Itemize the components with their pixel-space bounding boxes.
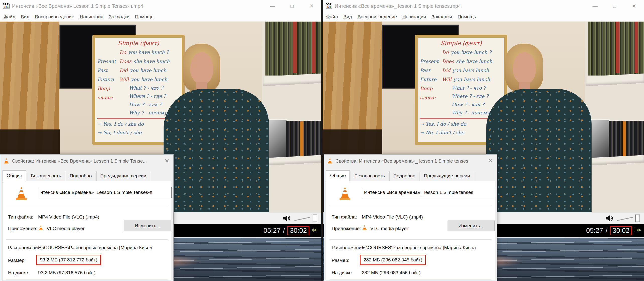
on-disk-label: На диске: [332, 270, 353, 275]
change-app-button[interactable]: Изменить... [448, 221, 495, 231]
time-separator: / [606, 227, 608, 235]
whiteboard-qwords-label: Вопр слова: [420, 84, 450, 117]
filename-input[interactable] [38, 187, 172, 198]
general-tab-panel: Тип файла: MP4 Video File (VLC) (.mp4) П… [326, 181, 495, 281]
menu-help[interactable]: Помощь [135, 14, 153, 20]
size-value-annotated: 282 МБ (296 082 345 байт) [360, 255, 426, 265]
dialog-close-icon[interactable]: ✕ [488, 158, 493, 164]
loop-icon[interactable] [634, 228, 641, 234]
location-value: E:\COURSES\Разговорные времена [Марина К… [38, 245, 152, 250]
time-elapsed[interactable]: 05:27 [263, 227, 280, 235]
menu-bookmarks[interactable]: Закладки [109, 14, 129, 20]
change-app-button[interactable]: Изменить... [124, 221, 171, 231]
menu-bar: Файл Вид Воспроизведение Навигация Закла… [323, 12, 644, 22]
vlc-cone-icon [3, 157, 9, 165]
maximize-button[interactable]: □ [282, 0, 302, 12]
loop-icon[interactable] [312, 228, 318, 234]
time-elapsed[interactable]: 05:27 [586, 227, 603, 235]
vlc-cone-icon [338, 185, 352, 202]
on-disk-value: 93,2 МБ (97 816 576 байт) [38, 270, 96, 275]
whiteboard-qwords-label: Вопр слова: [97, 84, 127, 117]
dialog-title-bar[interactable]: Свойства: Интенсив «Все Времена» Lesson … [0, 155, 173, 168]
location-label: Расположение: [8, 245, 42, 250]
general-tab-panel: Тип файла: MP4 Video File (VLC) (.mp4) П… [2, 181, 171, 281]
screen: 321 Интенсив «Все Времена» Lesson 1 Simp… [0, 0, 644, 281]
red-book-spine [634, 22, 638, 73]
size-label: Размер: [332, 258, 349, 263]
menu-bar: Файл Вид Воспроизведение Навигация Закла… [0, 12, 321, 22]
on-disk-label: На диске: [8, 270, 29, 275]
filename-input[interactable] [362, 187, 495, 198]
time-total-annotated[interactable]: 30:02 [287, 226, 309, 235]
dialog-title: Свойства: Интенсив «Все времена»_ lesson… [335, 158, 468, 164]
presenter-body [486, 89, 592, 212]
volume-slider-handle[interactable] [635, 215, 640, 222]
file-type-value: MP4 Video File (VLC) (.mp4) [38, 214, 99, 220]
separator [6, 279, 168, 279]
separator [330, 239, 491, 240]
menu-view[interactable]: Вид [343, 14, 352, 20]
tab-previous-versions[interactable]: Предыдущие версии [420, 171, 474, 181]
volume-slider[interactable] [294, 217, 310, 221]
app-label: Приложение: [332, 226, 361, 231]
title-bar[interactable]: 321 Интенсив «Все времена»_ lesson 1 Sim… [323, 0, 644, 12]
menu-view[interactable]: Вид [21, 14, 29, 20]
volume-slider[interactable] [617, 217, 633, 221]
title-bar[interactable]: 321 Интенсив «Все Времена» Lesson 1 Simp… [0, 0, 321, 12]
menu-playback[interactable]: Воспроизведение [35, 14, 74, 20]
tab-security[interactable]: Безопасность [27, 171, 65, 181]
close-button[interactable]: ✕ [624, 0, 644, 12]
menu-playback[interactable]: Воспроизведение [357, 14, 397, 20]
bookshelf-bottom [286, 121, 321, 157]
vlc-cone-icon [38, 225, 44, 232]
dialog-tabs: Общие Безопасность Подробно Предыдущие в… [326, 170, 474, 181]
presenter-face [513, 52, 536, 84]
volume-slider-handle[interactable] [313, 215, 317, 222]
tab-general[interactable]: Общие [326, 170, 350, 181]
tab-general[interactable]: Общие [3, 170, 26, 181]
on-disk-value: 282 МБ (296 083 456 байт) [362, 270, 420, 275]
window-title: Интенсив «Все Времена» Lesson 1 Simple T… [12, 3, 143, 9]
separator [6, 239, 168, 240]
orange-book-spine [623, 121, 626, 157]
vlc-cone-icon [327, 157, 333, 165]
minimize-button[interactable]: — [263, 0, 282, 12]
menu-help[interactable]: Помощь [458, 14, 476, 20]
dialog-title-bar[interactable]: Свойства: Интенсив «Все времена»_ lesson… [324, 155, 497, 168]
vlc-cone-icon [362, 225, 367, 232]
volume-speaker-icon[interactable] [282, 214, 291, 224]
vlc-window-left: 321 Интенсив «Все Времена» Lesson 1 Simp… [0, 0, 321, 281]
close-button[interactable]: ✕ [302, 0, 321, 12]
window-title: Интенсив «Все времена»_ lesson 1 Simple … [335, 3, 461, 9]
media-file-icon: 321 [326, 3, 332, 9]
whiteboard-title: Simple (факт) [97, 39, 180, 48]
properties-dialog: Свойства: Интенсив «Все времена»_ lesson… [324, 154, 497, 281]
maximize-button[interactable]: □ [605, 0, 624, 12]
properties-dialog: Свойства: Интенсив «Все Времена» Lesson … [0, 154, 174, 281]
minimize-button[interactable]: — [585, 0, 605, 12]
menu-navigation[interactable]: Навигация [80, 14, 103, 20]
dialog-title: Свойства: Интенсив «Все Времена» Lesson … [12, 158, 147, 164]
dialog-close-icon[interactable]: ✕ [165, 158, 169, 164]
tab-previous-versions[interactable]: Предыдущие версии [96, 171, 151, 181]
red-book-spine [293, 22, 297, 73]
app-value: VLC media player [370, 226, 408, 231]
time-total-annotated[interactable]: 30:02 [610, 226, 632, 235]
size-value-annotated: 93,2 МБ (97 812 772 байт) [36, 255, 101, 265]
volume-speaker-icon[interactable] [605, 214, 614, 224]
vlc-cone-icon [14, 185, 29, 202]
app-label: Приложение: [8, 226, 37, 231]
tab-details[interactable]: Подробно [66, 171, 96, 181]
location-label: Расположение: [332, 245, 365, 250]
menu-file[interactable]: Файл [4, 14, 15, 20]
menu-bookmarks[interactable]: Закладки [432, 14, 452, 20]
red-book-spine [312, 22, 316, 73]
menu-file[interactable]: Файл [326, 14, 338, 20]
tab-security[interactable]: Безопасность [350, 171, 389, 181]
orange-book-spine [300, 121, 304, 157]
tab-details[interactable]: Подробно [389, 171, 419, 181]
presenter-face [190, 52, 213, 84]
presenter-body [164, 89, 269, 212]
menu-navigation[interactable]: Навигация [402, 14, 426, 20]
separator [330, 205, 491, 205]
